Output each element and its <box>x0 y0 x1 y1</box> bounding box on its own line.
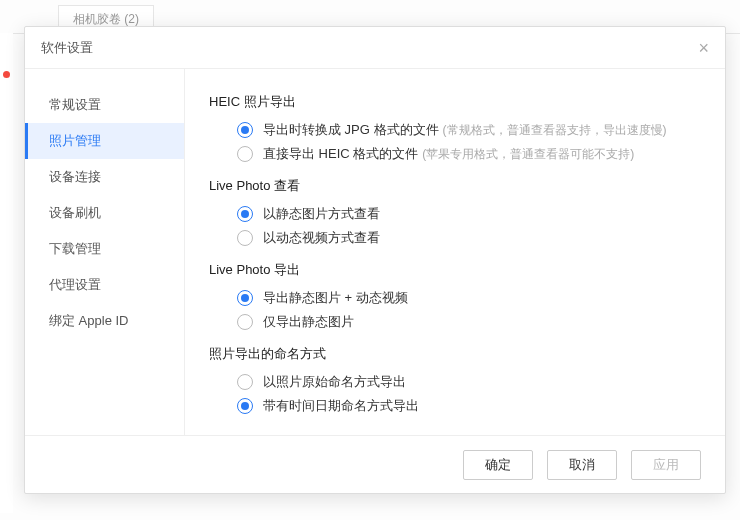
settings-dialog: 软件设置 × 常规设置 照片管理 设备连接 设备刷机 下载管理 代理设置 绑定 … <box>24 26 726 494</box>
section-live-view: Live Photo 查看 以静态图片方式查看 以动态视频方式查看 <box>209 177 701 247</box>
naming-option-original[interactable]: 以照片原始命名方式导出 <box>237 373 701 391</box>
liveview-option-video[interactable]: 以动态视频方式查看 <box>237 229 701 247</box>
section-live-export: Live Photo 导出 导出静态图片 + 动态视频 仅导出静态图片 <box>209 261 701 331</box>
option-label: 导出静态图片 + 动态视频 <box>263 289 408 307</box>
radio-icon[interactable] <box>237 230 253 246</box>
bg-left-strip <box>0 33 13 513</box>
option-label: 带有时间日期命名方式导出 <box>263 397 419 415</box>
content-panel: HEIC 照片导出 导出时转换成 JPG 格式的文件 (常规格式，普通查看器支持… <box>185 69 725 435</box>
section-title: Live Photo 导出 <box>209 261 701 279</box>
cancel-button[interactable]: 取消 <box>547 450 617 480</box>
apply-button: 应用 <box>631 450 701 480</box>
sidebar: 常规设置 照片管理 设备连接 设备刷机 下载管理 代理设置 绑定 Apple I… <box>25 69 185 435</box>
sidebar-item-label: 设备连接 <box>49 168 101 186</box>
sidebar-item-label: 常规设置 <box>49 96 101 114</box>
option-label: 以动态视频方式查看 <box>263 229 380 247</box>
sidebar-item-label: 设备刷机 <box>49 204 101 222</box>
option-hint: (苹果专用格式，普通查看器可能不支持) <box>422 146 634 163</box>
option-label: 以照片原始命名方式导出 <box>263 373 406 391</box>
section-title: 照片导出的命名方式 <box>209 345 701 363</box>
liveexport-option-both[interactable]: 导出静态图片 + 动态视频 <box>237 289 701 307</box>
radio-icon[interactable] <box>237 122 253 138</box>
section-title: Live Photo 查看 <box>209 177 701 195</box>
close-icon[interactable]: × <box>698 39 709 57</box>
sidebar-item-label: 下载管理 <box>49 240 101 258</box>
naming-option-datetime[interactable]: 带有时间日期命名方式导出 <box>237 397 701 415</box>
dialog-title: 软件设置 <box>41 39 93 57</box>
dialog-header: 软件设置 × <box>25 27 725 69</box>
section-title: HEIC 照片导出 <box>209 93 701 111</box>
heic-option-heic[interactable]: 直接导出 HEIC 格式的文件 (苹果专用格式，普通查看器可能不支持) <box>237 145 701 163</box>
radio-icon[interactable] <box>237 398 253 414</box>
sidebar-item-label: 照片管理 <box>49 132 101 150</box>
sidebar-item-device-flash[interactable]: 设备刷机 <box>25 195 184 231</box>
sidebar-item-label: 绑定 Apple ID <box>49 312 128 330</box>
radio-icon[interactable] <box>237 314 253 330</box>
sidebar-item-proxy[interactable]: 代理设置 <box>25 267 184 303</box>
liveview-option-static[interactable]: 以静态图片方式查看 <box>237 205 701 223</box>
radio-icon[interactable] <box>237 146 253 162</box>
dialog-body: 常规设置 照片管理 设备连接 设备刷机 下载管理 代理设置 绑定 Apple I… <box>25 69 725 435</box>
heic-option-jpg[interactable]: 导出时转换成 JPG 格式的文件 (常规格式，普通查看器支持，导出速度慢) <box>237 121 701 139</box>
radio-icon[interactable] <box>237 374 253 390</box>
section-naming: 照片导出的命名方式 以照片原始命名方式导出 带有时间日期命名方式导出 <box>209 345 701 415</box>
sidebar-item-download[interactable]: 下载管理 <box>25 231 184 267</box>
radio-icon[interactable] <box>237 290 253 306</box>
radio-icon[interactable] <box>237 206 253 222</box>
option-label: 仅导出静态图片 <box>263 313 354 331</box>
sidebar-item-device-connect[interactable]: 设备连接 <box>25 159 184 195</box>
dialog-footer: 确定 取消 应用 <box>25 435 725 493</box>
option-label: 以静态图片方式查看 <box>263 205 380 223</box>
option-label: 直接导出 HEIC 格式的文件 <box>263 145 418 163</box>
liveexport-option-static[interactable]: 仅导出静态图片 <box>237 313 701 331</box>
section-heic: HEIC 照片导出 导出时转换成 JPG 格式的文件 (常规格式，普通查看器支持… <box>209 93 701 163</box>
ok-button[interactable]: 确定 <box>463 450 533 480</box>
option-label: 导出时转换成 JPG 格式的文件 <box>263 121 439 139</box>
option-hint: (常规格式，普通查看器支持，导出速度慢) <box>443 122 667 139</box>
sidebar-item-appleid[interactable]: 绑定 Apple ID <box>25 303 184 339</box>
sidebar-item-photo[interactable]: 照片管理 <box>25 123 184 159</box>
red-dot-icon <box>3 71 10 78</box>
sidebar-item-label: 代理设置 <box>49 276 101 294</box>
sidebar-item-general[interactable]: 常规设置 <box>25 87 184 123</box>
